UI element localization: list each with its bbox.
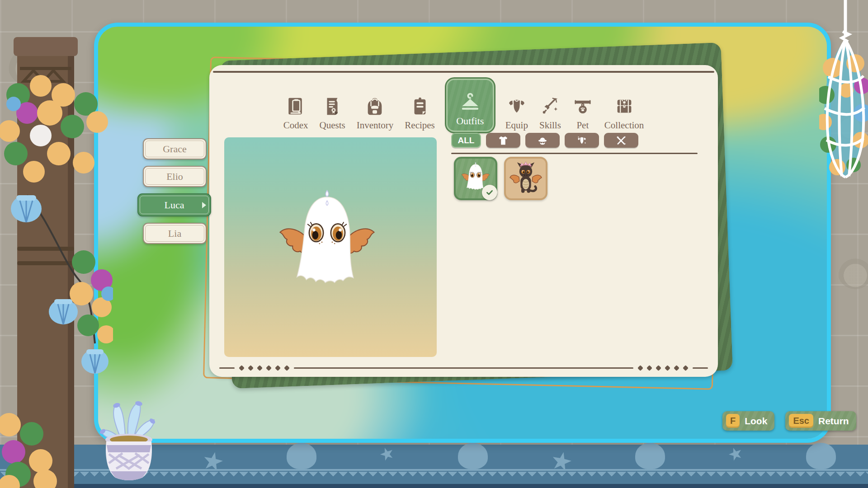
character-name: Lia xyxy=(168,228,181,239)
shell-silhouette xyxy=(635,443,665,469)
shell-lantern xyxy=(49,299,78,324)
treasure-chest-icon xyxy=(614,96,635,117)
filter-all-button[interactable]: ALL xyxy=(451,133,481,148)
tab-quests[interactable]: Quests xyxy=(319,96,345,132)
ghost-costume-character xyxy=(271,186,384,299)
equipped-check-badge xyxy=(482,185,497,200)
starfish-silhouette xyxy=(727,446,744,463)
key-f: F xyxy=(726,414,740,428)
tab-label: Collection xyxy=(604,120,644,131)
filter-shirt-button[interactable] xyxy=(486,133,520,148)
outfit-filter-bar: ALL xyxy=(451,133,638,148)
tab-recipes[interactable]: Recipes xyxy=(405,96,434,132)
tab-label: Inventory xyxy=(357,120,394,131)
tab-equip[interactable]: Equip xyxy=(505,96,528,132)
character-name: Elio xyxy=(166,171,183,183)
return-label: Return xyxy=(818,416,849,427)
character-name: Luca xyxy=(165,199,184,211)
filter-armor-button[interactable] xyxy=(565,133,599,148)
hat-mask-icon xyxy=(537,135,548,146)
checkmark-icon xyxy=(485,188,494,197)
look-hint-button[interactable]: F Look xyxy=(722,411,774,431)
filter-hat-mask-button[interactable] xyxy=(525,133,560,148)
menu-panel-stack: Codex Quests xyxy=(206,50,723,393)
tab-outfits[interactable]: Outfits xyxy=(446,79,494,132)
book-icon xyxy=(285,96,306,117)
tab-skills[interactable]: Skills xyxy=(539,96,561,132)
shirt-icon xyxy=(497,135,509,146)
selected-character-arrow-icon xyxy=(202,202,206,208)
character-preview xyxy=(224,137,437,357)
backpack-icon xyxy=(364,96,385,117)
menu-panel: Codex Quests xyxy=(209,65,718,377)
game-screen: { "tabs": { "items": [ { "label": "Codex… xyxy=(0,0,868,488)
tab-pet[interactable]: Pet xyxy=(572,96,593,132)
clipboard-icon xyxy=(410,96,430,117)
shell-silhouette xyxy=(287,443,316,469)
character-button-luca[interactable]: Luca xyxy=(137,193,211,216)
key-hints: F Look Esc Return xyxy=(722,411,856,431)
starfish-silhouette xyxy=(378,446,396,463)
sword-icon xyxy=(540,96,561,117)
scroll-icon xyxy=(322,96,343,117)
outfit-slot-ghost[interactable] xyxy=(454,157,497,200)
hanger-icon xyxy=(458,90,482,113)
tab-label: Skills xyxy=(539,120,561,131)
character-list: Grace Elio Luca Lia xyxy=(143,138,224,250)
character-button-grace[interactable]: Grace xyxy=(143,138,207,160)
panel-bottom-rule xyxy=(219,366,708,370)
tab-inventory[interactable]: Inventory xyxy=(357,96,394,132)
flower-cluster-mid xyxy=(70,250,113,343)
character-button-lia[interactable]: Lia xyxy=(143,223,207,244)
tab-label: Recipes xyxy=(405,120,434,131)
look-label: Look xyxy=(745,416,767,427)
shell-silhouette xyxy=(806,443,836,469)
coral-pot xyxy=(93,400,165,483)
filter-tools-button[interactable] xyxy=(604,133,638,148)
armor-sparkle-icon xyxy=(576,135,588,146)
crossed-tools-icon xyxy=(615,135,627,146)
filter-divider-rule xyxy=(451,153,698,154)
shell-lantern xyxy=(11,195,42,222)
pet-collar-icon xyxy=(572,96,593,117)
hanging-flower-net xyxy=(819,0,868,181)
outfit-slot-dragon[interactable] xyxy=(504,157,547,200)
character-button-elio[interactable]: Elio xyxy=(143,166,207,187)
shell-silhouette xyxy=(458,443,488,469)
tab-label: Codex xyxy=(283,120,308,131)
menu-tab-bar: Codex Quests xyxy=(209,72,718,132)
tab-codex[interactable]: Codex xyxy=(283,96,308,132)
tab-label: Pet xyxy=(576,120,589,131)
key-esc: Esc xyxy=(789,414,813,428)
armor-icon xyxy=(506,96,527,117)
band-bottom-edge xyxy=(0,484,868,488)
shell-lantern xyxy=(81,349,108,374)
tab-label: Quests xyxy=(319,120,345,131)
return-hint-button[interactable]: Esc Return xyxy=(785,411,856,431)
dragon-costume-thumb xyxy=(508,160,544,196)
tab-label: Equip xyxy=(505,120,528,131)
tab-label: Outfits xyxy=(456,115,484,127)
character-name: Grace xyxy=(163,143,187,155)
outfit-grid xyxy=(454,157,547,200)
tab-collection[interactable]: Collection xyxy=(604,96,644,132)
